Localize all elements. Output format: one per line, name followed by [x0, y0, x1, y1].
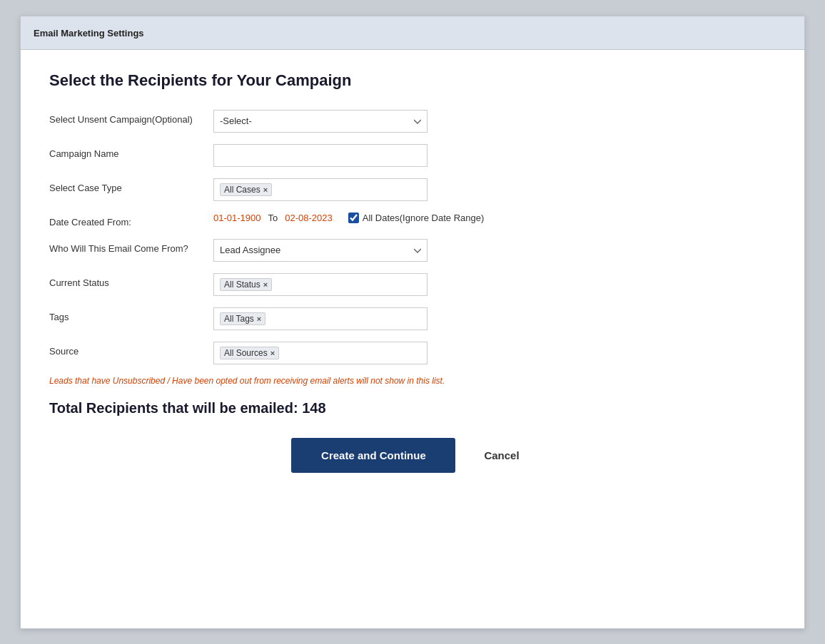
cancel-button[interactable]: Cancel [470, 438, 533, 473]
source-remove-icon[interactable]: × [270, 349, 275, 357]
total-recipients: Total Recipients that will be emailed: 1… [49, 400, 776, 416]
email-from-control: Lead Assignee [213, 239, 776, 262]
source-control: All Sources × [213, 342, 776, 364]
source-badge-label: All Sources [224, 348, 268, 358]
unsent-campaign-control: -Select- [213, 110, 776, 133]
campaign-name-label: Campaign Name [49, 144, 213, 159]
tags-row: Tags All Tags × [49, 307, 776, 330]
date-to-value[interactable]: 02-08-2023 [285, 213, 333, 223]
modal-container: Email Marketing Settings Select the Reci… [20, 16, 805, 629]
campaign-name-control [213, 144, 776, 167]
case-type-badge-label: All Cases [224, 185, 260, 195]
date-created-control: 01-01-1900 To 02-08-2023 All Dates(Ignor… [213, 213, 776, 223]
tags-control: All Tags × [213, 307, 776, 330]
case-type-row: Select Case Type All Cases × [49, 178, 776, 201]
case-type-control: All Cases × [213, 178, 776, 201]
date-separator: To [268, 213, 278, 223]
page-title: Select the Recipients for Your Campaign [49, 71, 776, 90]
email-from-select-wrapper: Lead Assignee [213, 239, 427, 262]
current-status-badge-label: All Status [224, 280, 260, 290]
modal-header: Email Marketing Settings [21, 16, 804, 50]
source-badge: All Sources × [220, 347, 279, 359]
source-tag-input[interactable]: All Sources × [213, 342, 427, 364]
modal-body: Select the Recipients for Your Campaign … [21, 50, 804, 494]
tags-badge-label: All Tags [224, 314, 254, 324]
case-type-remove-icon[interactable]: × [263, 185, 268, 194]
email-from-label: Who Will This Email Come From? [49, 239, 213, 254]
tags-badge: All Tags × [220, 312, 265, 325]
case-type-badge: All Cases × [220, 183, 272, 196]
email-from-select[interactable]: Lead Assignee [213, 239, 427, 262]
current-status-badge: All Status × [220, 278, 272, 291]
date-created-row: Date Created From: 01-01-1900 To 02-08-2… [49, 213, 776, 228]
current-status-remove-icon[interactable]: × [263, 280, 268, 289]
email-from-row: Who Will This Email Come From? Lead Assi… [49, 239, 776, 262]
current-status-label: Current Status [49, 273, 213, 288]
source-row: Source All Sources × [49, 342, 776, 364]
tags-tag-input[interactable]: All Tags × [213, 307, 427, 330]
all-dates-label: All Dates(Ignore Date Range) [363, 213, 485, 223]
date-row: 01-01-1900 To 02-08-2023 All Dates(Ignor… [213, 213, 776, 223]
date-created-label: Date Created From: [49, 213, 213, 228]
date-from-value[interactable]: 01-01-1900 [213, 213, 261, 223]
unsent-campaign-label: Select Unsent Campaign(Optional) [49, 110, 213, 125]
warning-text: Leads that have Unsubscribed / Have been… [49, 376, 776, 386]
campaign-name-row: Campaign Name [49, 144, 776, 167]
all-dates-wrap: All Dates(Ignore Date Range) [348, 213, 485, 223]
modal-header-title: Email Marketing Settings [34, 28, 144, 39]
case-type-label: Select Case Type [49, 178, 213, 193]
current-status-row: Current Status All Status × [49, 273, 776, 296]
tags-label: Tags [49, 307, 213, 322]
current-status-control: All Status × [213, 273, 776, 296]
source-label: Source [49, 342, 213, 357]
unsent-campaign-select[interactable]: -Select- [213, 110, 427, 133]
create-continue-button[interactable]: Create and Continue [291, 438, 455, 473]
current-status-tag-input[interactable]: All Status × [213, 273, 427, 296]
unsent-campaign-row: Select Unsent Campaign(Optional) -Select… [49, 110, 776, 133]
button-row: Create and Continue Cancel [49, 438, 776, 473]
unsent-campaign-select-wrapper: -Select- [213, 110, 427, 133]
campaign-name-input[interactable] [213, 144, 427, 167]
case-type-tag-input[interactable]: All Cases × [213, 178, 427, 201]
tags-remove-icon[interactable]: × [257, 315, 261, 323]
all-dates-checkbox[interactable] [348, 213, 359, 223]
